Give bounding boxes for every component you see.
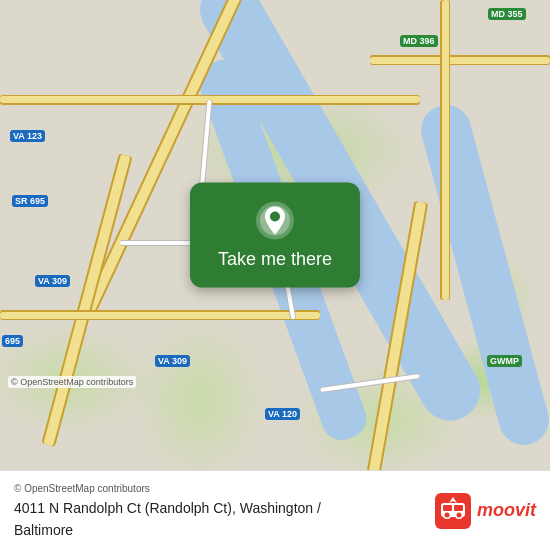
road-major-v1	[442, 0, 449, 300]
shield-va309a: VA 309	[35, 275, 70, 287]
cta-container: Take me there	[190, 183, 360, 288]
svg-point-9	[444, 512, 449, 517]
info-bar: © OpenStreetMap contributors 4011 N Rand…	[0, 470, 550, 550]
location-pin-icon	[255, 201, 295, 241]
moovit-brand-text: moovit	[477, 500, 536, 521]
shield-i695: 695	[2, 335, 23, 347]
address-line2: Baltimore	[14, 522, 321, 538]
map-view: MD 355 MD 396 VA 123 SR 695 VA 309 VA 30…	[0, 0, 550, 470]
moovit-icon	[435, 493, 471, 529]
shield-md355: MD 355	[488, 8, 526, 20]
svg-point-2	[270, 212, 280, 222]
shield-va309b: VA 309	[155, 355, 190, 367]
take-me-there-button[interactable]: Take me there	[190, 183, 360, 288]
cta-label: Take me there	[218, 249, 332, 270]
svg-rect-8	[454, 505, 463, 511]
osm-credit-bottom: © OpenStreetMap contributors	[14, 483, 321, 494]
address-info: © OpenStreetMap contributors 4011 N Rand…	[14, 483, 321, 538]
svg-point-10	[456, 512, 461, 517]
shield-md396: MD 396	[400, 35, 438, 47]
shield-gwmp: GWMP	[487, 355, 522, 367]
shield-sr695: SR 695	[12, 195, 48, 207]
svg-rect-7	[443, 505, 452, 511]
road-major-h2	[0, 312, 320, 319]
shield-va120: VA 120	[265, 408, 300, 420]
shield-va123: VA 123	[10, 130, 45, 142]
moovit-logo: moovit	[435, 493, 536, 529]
address-line1: 4011 N Randolph Ct (Randolph Ct), Washin…	[14, 500, 321, 516]
osm-copyright: © OpenStreetMap contributors	[8, 376, 136, 388]
road-major-ur	[370, 57, 550, 64]
